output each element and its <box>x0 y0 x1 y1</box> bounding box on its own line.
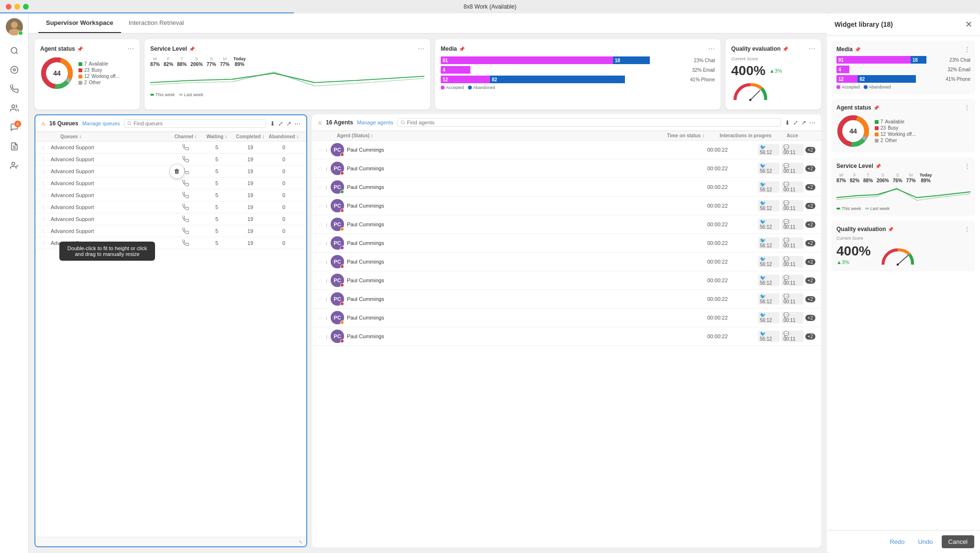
media-header: Media 📌 ⋯ <box>441 45 715 53</box>
close-button[interactable] <box>6 4 11 10</box>
download-icon[interactable]: ⬇ <box>270 120 275 127</box>
resize-tooltip: Double-click to fit to height or click a… <box>59 242 155 261</box>
sidebar-item-supervisor[interactable] <box>7 158 22 173</box>
quality-more-button[interactable]: ⋯ <box>809 45 815 53</box>
wl-sl-title: Service Level 📌 <box>836 163 881 169</box>
agent-avatar: PC <box>331 143 344 156</box>
more-icon[interactable]: ⋯ <box>294 120 301 127</box>
sidebar-item-reports[interactable] <box>7 139 22 154</box>
row-star[interactable]: ☆ <box>46 156 51 163</box>
agent-star[interactable]: ☆ <box>318 277 323 284</box>
agent-star[interactable]: ☆ <box>318 296 323 302</box>
wl-quality-title: Quality evaluation 📌 <box>836 226 893 232</box>
agent-avatar: PC <box>331 218 344 231</box>
sidebar-item-users[interactable] <box>7 100 22 116</box>
expand-icon[interactable]: ⤢ <box>278 120 283 127</box>
agents-expand-icon[interactable]: ⤢ <box>793 119 798 126</box>
agents-table-header: Agent (Status) ↕ Time on status ↕ Intera… <box>312 131 821 141</box>
wl-close-button[interactable]: ✕ <box>965 19 972 30</box>
row-star[interactable]: ☆ <box>46 216 51 222</box>
wl-quality-more[interactable]: ⋮ <box>964 225 970 233</box>
media-bar-abandoned-phone: 82 <box>490 76 625 83</box>
sidebar-item-monitor[interactable] <box>7 62 22 77</box>
resize-handle[interactable]: ⤡ <box>35 537 306 546</box>
media-more-button[interactable]: ⋯ <box>708 45 715 53</box>
queues-search-box[interactable] <box>124 119 266 128</box>
agents-download-icon[interactable]: ⬇ <box>785 119 790 126</box>
sl-more-button[interactable]: ⋯ <box>418 45 424 53</box>
media-widget: Media 📌 ⋯ 91 18 23% Chat <box>435 39 721 110</box>
agent-star[interactable]: ☆ <box>318 315 323 321</box>
redo-button[interactable]: Redo <box>885 535 909 548</box>
agents-external-icon[interactable]: ↗ <box>801 119 806 126</box>
agent-star[interactable]: ☆ <box>318 333 323 340</box>
row-star[interactable]: ☆ <box>46 228 51 234</box>
manage-queues-link[interactable]: Manage queues <box>82 121 120 126</box>
manage-agents-link[interactable]: Manage agents <box>357 120 393 125</box>
queues-table-header: Queues ↕ Channel ↕ Waiting ↕ Completed ↕… <box>35 132 306 142</box>
agent-star[interactable]: ☆ <box>318 221 323 228</box>
agent-interactions: 🐦 56:12 💬 00:11 +2 <box>758 200 815 211</box>
sl-legend-thisweek: This week <box>150 92 175 97</box>
sl-day-f: F82% <box>164 56 173 67</box>
undo-button[interactable]: Undo <box>913 535 937 548</box>
cancel-button[interactable]: Cancel <box>942 535 974 548</box>
user-avatar-container[interactable] <box>6 18 23 35</box>
wl-quality-trend: ▲3% <box>836 259 849 265</box>
agents-search-input[interactable] <box>407 120 778 125</box>
sidebar-item-chat[interactable]: 4 <box>7 120 22 135</box>
agent-star[interactable]: ☆ <box>318 203 323 209</box>
wl-media-header: Media 📌 ⋮ <box>836 45 970 53</box>
agents-search-box[interactable] <box>397 118 781 127</box>
list-item: ☆ ↕ PC Paul Cummings 00:00:22 🐦 56:12 💬 … <box>312 309 821 327</box>
quality-header: Quality evaluation 📌 ⋯ <box>731 45 815 53</box>
media-bar-abandoned-chat: 18 <box>613 56 650 64</box>
wl-content: Media 📌 ⋮ 91 18 23% Chat <box>827 36 980 530</box>
maximize-button[interactable] <box>23 4 29 10</box>
th-check <box>51 134 60 139</box>
row-star[interactable]: ☆ <box>46 180 51 187</box>
agent-time: 00:00:22 <box>707 277 755 283</box>
agent-star[interactable]: ☆ <box>318 240 323 246</box>
wl-agent-more[interactable]: ⋮ <box>964 104 970 111</box>
row-star[interactable]: ☆ <box>46 204 51 210</box>
wl-sl-more[interactable]: ⋮ <box>964 162 970 170</box>
agent-name: Paul Cummings <box>347 221 704 227</box>
agent-star[interactable]: ☆ <box>318 259 323 265</box>
agent-avatar: PC <box>331 162 344 175</box>
svg-point-16 <box>749 99 752 101</box>
agent-name: Paul Cummings <box>347 147 704 153</box>
wl-media-more[interactable]: ⋮ <box>964 45 970 53</box>
media-legend-abandoned: Abandoned <box>468 85 495 90</box>
agent-status-dot <box>340 246 344 250</box>
list-item: ☆ ↕ PC Paul Cummings 00:00:22 🐦 56:12 💬 … <box>312 197 821 215</box>
agent-time: 00:00:22 <box>707 147 755 153</box>
agent-avatar: PC <box>331 180 344 194</box>
top-widgets-row: Agent status 📌 ⋯ <box>34 39 821 110</box>
row-star[interactable]: ☆ <box>46 192 51 199</box>
agent-status-pin-icon: 📌 <box>77 46 83 52</box>
quality-score-row: 400% ▲3% <box>731 63 815 78</box>
external-icon[interactable]: ↗ <box>286 120 291 127</box>
agent-status-more-button[interactable]: ⋯ <box>127 45 134 53</box>
row-star[interactable]: ☆ <box>46 144 51 151</box>
queues-search-input[interactable] <box>134 121 263 126</box>
th-waiting: Waiting ↕ <box>200 134 234 139</box>
sidebar-item-phone[interactable] <box>7 81 22 97</box>
legend-busy: 23 Busy <box>78 67 120 73</box>
agent-avatar: PC <box>331 274 344 287</box>
row-star[interactable]: ☆ <box>46 168 51 175</box>
tab-supervisor[interactable]: Supervisor Workspace <box>38 13 121 33</box>
row-star[interactable]: ☆ <box>46 240 51 246</box>
agent-name: Paul Cummings <box>347 184 704 190</box>
agents-more-icon[interactable]: ⋯ <box>809 119 815 126</box>
agent-star[interactable]: ☆ <box>318 147 323 153</box>
sidebar-item-search[interactable] <box>7 43 22 58</box>
tab-interaction[interactable]: Interaction Retrieval <box>121 13 192 33</box>
delete-button[interactable]: 🗑 <box>169 164 185 179</box>
agent-star[interactable]: ☆ <box>318 166 323 172</box>
agent-star[interactable]: ☆ <box>318 184 323 190</box>
media-bar-accepted-phone: 12 <box>441 76 490 83</box>
minimize-button[interactable] <box>14 4 20 10</box>
wl-quality-gauge <box>879 243 917 266</box>
